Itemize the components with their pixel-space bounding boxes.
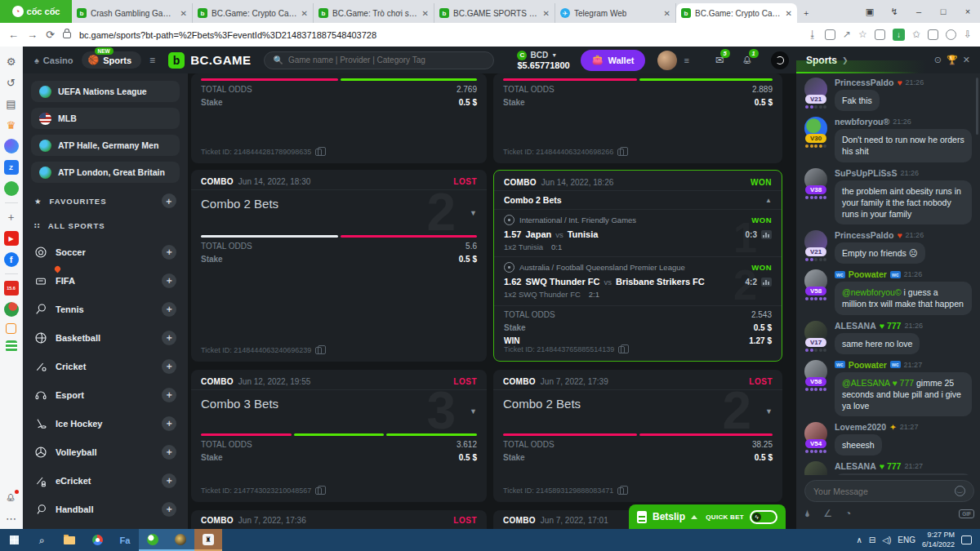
taskbar-clock[interactable]: 9:27 PM6/14/2022 bbox=[922, 531, 955, 549]
sidebar-item-esport[interactable]: Esport＋ bbox=[23, 380, 188, 409]
sidebar-item-atp-halle[interactable]: ATP Halle, Germany Men bbox=[31, 135, 180, 156]
username[interactable]: PrincessPaldo bbox=[835, 78, 893, 87]
promo-15-6-icon[interactable]: 15.6 bbox=[4, 281, 19, 295]
add-shortcut-icon[interactable]: ＋ bbox=[4, 210, 19, 224]
rail-more-icon[interactable]: ⋯ bbox=[4, 511, 19, 526]
tab-close-icon[interactable]: ✕ bbox=[786, 9, 792, 18]
expand-tennis-button[interactable]: ＋ bbox=[162, 302, 176, 317]
bet-card-lost-jun7[interactable]: COMBOJun 7, 2022, 17:39LOST Combo 2 Bets… bbox=[493, 370, 782, 502]
translate-icon[interactable] bbox=[825, 29, 835, 40]
messenger-icon[interactable] bbox=[4, 139, 19, 153]
username[interactable]: newbforyou® bbox=[835, 117, 889, 127]
sidebar-item-atp-london[interactable]: ATP London, Great Britain bbox=[31, 162, 180, 183]
sidebar-favourites[interactable]: ★FAVOURITES＋ bbox=[23, 189, 188, 213]
chat-scrollbar[interactable] bbox=[976, 78, 978, 135]
chat-input[interactable] bbox=[804, 480, 974, 502]
gif-icon[interactable]: GIF bbox=[959, 509, 974, 518]
sports-toggle[interactable]: NEW 🏀 Sports bbox=[82, 51, 142, 69]
volume-icon[interactable]: ◁) bbox=[882, 535, 891, 544]
sidebar-item-volleyball[interactable]: Volleyball＋ bbox=[23, 438, 188, 466]
stats-icon[interactable] bbox=[761, 230, 772, 239]
casino-toggle[interactable]: ♠ Casino bbox=[34, 56, 74, 65]
browser-tab-3[interactable]: bBC.Game: Trò chơi sòng bạc✕ bbox=[314, 3, 434, 23]
copy-icon[interactable] bbox=[617, 487, 624, 495]
avatar[interactable] bbox=[657, 51, 677, 70]
sidebar-collapse-icon[interactable]: ≡ bbox=[149, 55, 155, 66]
network-icon[interactable]: ⊟ bbox=[869, 535, 875, 544]
game-app-icon[interactable] bbox=[167, 529, 194, 551]
info-icon[interactable]: ⊙ bbox=[934, 55, 942, 65]
copy-icon[interactable] bbox=[315, 149, 322, 156]
expand-ice-hockey-button[interactable]: ＋ bbox=[162, 416, 176, 431]
username[interactable]: Loveme2020 bbox=[835, 422, 886, 432]
search-bar[interactable]: 🔍 bbox=[264, 51, 494, 69]
facebook-app-icon[interactable]: Fa bbox=[111, 529, 139, 551]
browser-tab-5[interactable]: ✈Telegram Web✕ bbox=[555, 3, 676, 23]
facebook-icon[interactable]: f bbox=[4, 252, 19, 267]
rail-bell-icon[interactable]: 🕭 bbox=[4, 490, 19, 504]
coin-flip-icon[interactable]: ◔ bbox=[845, 508, 851, 519]
search-input[interactable] bbox=[288, 56, 486, 64]
taskbar-search-icon[interactable]: ⌕ bbox=[28, 529, 56, 551]
expand-caret-icon[interactable]: ▼ bbox=[765, 407, 773, 415]
tab-close-icon[interactable]: ✕ bbox=[664, 9, 670, 18]
expand-cricket-button[interactable]: ＋ bbox=[162, 359, 176, 374]
zalo-icon[interactable]: Z bbox=[4, 160, 19, 175]
username[interactable]: PrincessPaldo bbox=[835, 230, 893, 240]
bell-icon[interactable]: 🕭1 bbox=[742, 54, 753, 66]
bet-card-partial-2[interactable]: TOTAL ODDS2.889 Stake0.5 $ Ticket ID: 21… bbox=[493, 73, 782, 163]
media-icon[interactable] bbox=[928, 29, 938, 40]
avatar[interactable] bbox=[804, 461, 827, 475]
youtube-icon[interactable]: ▶ bbox=[4, 231, 19, 246]
news-feed-icon[interactable]: ▤ bbox=[4, 96, 19, 111]
browser-tab-active[interactable]: bBC.Game: Crypto Casino Gan✕ bbox=[676, 3, 797, 23]
username[interactable]: Poowater bbox=[849, 360, 887, 370]
sidebar-item-basketball[interactable]: Basketball＋ bbox=[23, 323, 188, 352]
file-explorer-icon[interactable] bbox=[56, 529, 83, 551]
tray-chevron-icon[interactable]: ∧ bbox=[857, 535, 862, 544]
username[interactable]: ALESANA bbox=[835, 461, 876, 471]
mention[interactable]: @ALESANA ♥ 777 bbox=[842, 378, 914, 388]
forward-icon[interactable]: → bbox=[27, 29, 38, 41]
chat-message-list[interactable]: V21 PrincessPaldo♥21:26 Fak this V30 new… bbox=[796, 73, 980, 475]
window-maximize-button[interactable]: □ bbox=[931, 0, 956, 23]
tab-close-icon[interactable]: ✕ bbox=[301, 9, 308, 18]
currency-selector[interactable]: CBCD▼ $5.65771800 bbox=[517, 51, 569, 70]
back-icon[interactable]: ← bbox=[8, 29, 19, 41]
save-page-icon[interactable]: ⭳ bbox=[808, 29, 817, 40]
reload-icon[interactable]: ⟳ bbox=[46, 29, 55, 41]
expand-caret-icon[interactable]: ▼ bbox=[470, 209, 477, 217]
username[interactable]: ALESANA bbox=[835, 321, 876, 331]
downloads-tray-icon[interactable]: ⇩ bbox=[964, 29, 972, 40]
bet-card-peek-1[interactable]: COMBOJun 7, 2022, 17:36LOST bbox=[191, 510, 487, 529]
sidebar-toggle-icon[interactable]: ▣ bbox=[858, 0, 882, 23]
expand-ecricket-button[interactable]: ＋ bbox=[162, 473, 176, 488]
sidebar-item-mlb[interactable]: MLB bbox=[31, 108, 180, 129]
mail-icon[interactable]: ✉5 bbox=[715, 54, 724, 66]
chat-message-input[interactable] bbox=[813, 487, 955, 496]
tab-close-icon[interactable]: ✕ bbox=[180, 9, 187, 18]
sidebar-item-ecricket[interactable]: eCricket＋ bbox=[23, 466, 188, 495]
expand-soccer-button[interactable]: ＋ bbox=[162, 245, 176, 260]
add-favourite-button[interactable]: ＋ bbox=[162, 193, 176, 208]
chat-close-icon[interactable]: ✕ bbox=[963, 55, 970, 65]
bcgame-logo[interactable]: b BC.GAME bbox=[168, 52, 251, 69]
copy-icon[interactable] bbox=[618, 346, 625, 353]
sidebar-item-tennis[interactable]: Tennis＋ bbox=[23, 295, 188, 323]
window-close-button[interactable]: × bbox=[956, 0, 980, 23]
coccoc-brand[interactable]: ◔ cốc cốc bbox=[0, 0, 72, 23]
window-minimize-button[interactable]: – bbox=[906, 0, 931, 23]
bookmark-star-icon[interactable]: ☆ bbox=[858, 29, 867, 40]
crown-icon[interactable]: ♛ bbox=[4, 118, 19, 132]
calculator-icon[interactable] bbox=[6, 340, 17, 352]
new-tab-button[interactable]: ＋ bbox=[797, 3, 818, 23]
copy-icon[interactable] bbox=[315, 487, 322, 495]
history-icon[interactable]: ↺ bbox=[4, 75, 19, 90]
extensions-icon[interactable]: ✩ bbox=[912, 29, 920, 40]
language-indicator[interactable]: ENG bbox=[898, 535, 915, 544]
expand-basketball-button[interactable]: ＋ bbox=[162, 331, 176, 345]
start-button[interactable] bbox=[0, 529, 28, 551]
pencil-icon[interactable]: ∠ bbox=[823, 508, 832, 519]
expand-caret-icon[interactable]: ▼ bbox=[470, 407, 477, 415]
username[interactable]: Poowater bbox=[849, 269, 887, 279]
